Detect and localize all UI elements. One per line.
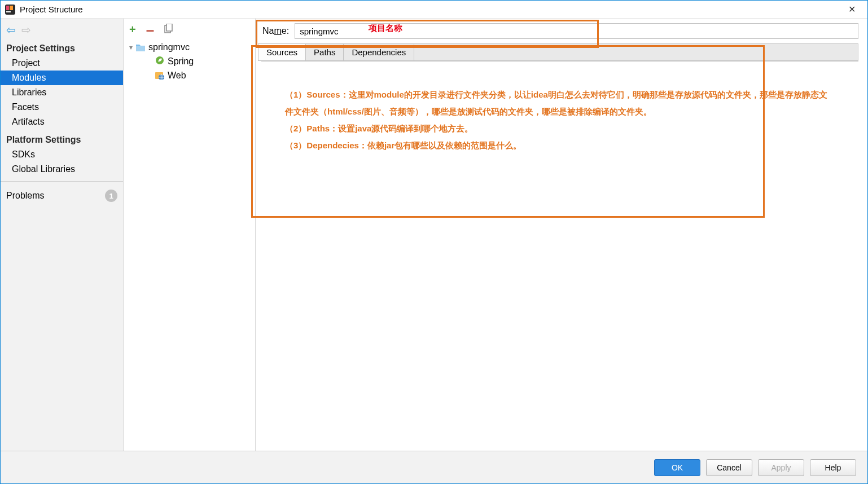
name-label: Name: [262,26,289,36]
sidebar: ⇦ ⇨ Project Settings Project Modules Lib… [1,19,124,451]
annotation-line-3: （3）Dependecies：依赖jar包有哪些以及依赖的范围是什么。 [285,137,830,154]
tree-node-web[interactable]: Web [124,69,255,82]
apply-button[interactable]: Apply [758,459,804,476]
title-bar: Project Structure ✕ [1,1,867,19]
sidebar-item-artifacts[interactable]: Artifacts [1,115,123,129]
svg-rect-3 [10,6,13,10]
folder-icon [136,43,145,51]
nav-arrows: ⇦ ⇨ [1,19,123,38]
add-icon[interactable]: + [129,23,136,36]
cancel-button[interactable]: Cancel [706,459,752,476]
tab-bar: Sources Paths Dependencies [258,43,858,61]
tree-node-label: springmvc [148,42,190,52]
problems-label: Problems [6,191,45,201]
sidebar-item-modules[interactable]: Modules [1,71,123,85]
svg-rect-1 [6,11,11,12]
app-icon [5,5,15,15]
detail-panel: 项目名称 Name: Sources Paths Dependencies （1… [256,19,867,451]
ok-button[interactable]: OK [654,459,700,476]
help-button[interactable]: Help [810,459,856,476]
sidebar-item-libraries[interactable]: Libraries [1,85,123,100]
annotation-line-2: （2）Paths：设置java源代码编译到哪个地方去。 [285,120,830,137]
tree-node-spring[interactable]: Spring [124,54,255,69]
expand-caret-icon[interactable]: ▾ [129,43,133,51]
name-row: Name: [256,20,864,42]
remove-icon[interactable]: – [146,27,154,33]
window-title: Project Structure [20,5,840,14]
sidebar-divider [1,181,123,182]
section-platform-settings: Platform Settings [1,129,123,147]
sidebar-item-problems[interactable]: Problems 1 [1,186,123,205]
sidebar-item-global-libraries[interactable]: Global Libraries [1,162,123,177]
tree-node-label: Spring [168,56,194,67]
divider [261,61,858,61]
annotation-line-1: （1）Sources：这里对module的开发目录进行文件夹分类，以让idea明… [285,86,830,120]
dialog-footer: OK Cancel Apply Help [1,451,867,483]
module-toolbar: + – [124,19,255,38]
tab-dependencies[interactable]: Dependencies [344,44,414,60]
sidebar-item-project[interactable]: Project [1,56,123,71]
forward-arrow-icon[interactable]: ⇨ [21,23,31,37]
problems-count-badge: 1 [105,190,117,202]
tree-node-label: Web [168,71,186,81]
copy-icon[interactable] [164,24,173,36]
tab-sources[interactable]: Sources [258,44,306,60]
back-arrow-icon[interactable]: ⇦ [6,23,16,37]
svg-rect-5 [166,24,172,31]
module-tree: ▾ springmvc Spring Web [124,38,255,82]
main-area: ⇦ ⇨ Project Settings Project Modules Lib… [1,19,867,451]
tab-paths[interactable]: Paths [306,44,344,60]
name-input[interactable] [295,23,858,39]
module-tree-panel: + – ▾ springmvc Spring [124,19,256,451]
spring-icon [155,56,164,67]
tree-node-root[interactable]: ▾ springmvc [124,41,255,54]
web-icon [155,71,164,80]
svg-rect-6 [136,46,145,51]
section-project-settings: Project Settings [1,38,123,56]
annotation-text-block: （1）Sources：这里对module的开发目录进行文件夹分类，以让idea明… [256,66,864,165]
sidebar-item-sdks[interactable]: SDKs [1,147,123,162]
sidebar-item-facets[interactable]: Facets [1,100,123,115]
svg-rect-2 [6,6,9,10]
close-icon[interactable]: ✕ [840,4,863,15]
